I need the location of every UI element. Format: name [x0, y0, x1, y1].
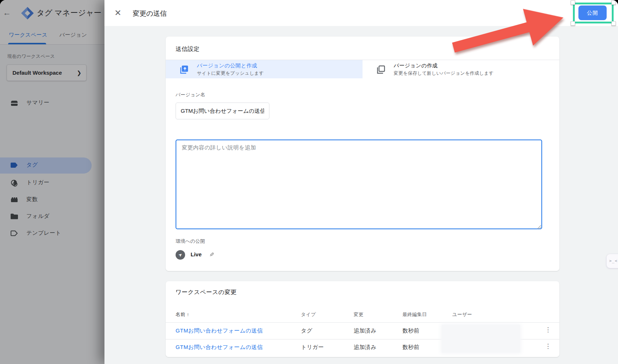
- change-type: トリガー: [301, 344, 324, 351]
- environment-row: ➤ Live ✎: [176, 250, 322, 260]
- row-menu-icon[interactable]: ⋮: [545, 328, 551, 331]
- redacted-user-area: [442, 325, 520, 353]
- version-name-input[interactable]: [176, 103, 269, 119]
- annotation-handle[interactable]: [571, 0, 575, 5]
- dialog-title: 変更の送信: [133, 9, 167, 18]
- dialog-header: ✕ 変更の送信 公開: [104, 0, 618, 26]
- column-header-change[interactable]: 変更: [354, 311, 364, 318]
- sort-ascending-icon: ↑: [187, 312, 190, 317]
- change-type: タグ: [301, 327, 313, 334]
- annotation-handle[interactable]: [571, 21, 575, 26]
- column-header-last-edited[interactable]: 最終編集日: [402, 311, 427, 318]
- submission-type-options: バージョンの公開と作成 サイトに変更をプッシュします バージョンの作成 変更を保…: [166, 60, 559, 78]
- change-name-link[interactable]: GTMお問い合わせフォームの送信: [176, 327, 263, 334]
- annotation-handle[interactable]: [611, 21, 616, 26]
- environment-label: 環境への公開: [176, 238, 205, 245]
- annotation-handle[interactable]: [611, 0, 616, 5]
- environment-live-icon: ➤: [176, 250, 185, 260]
- edit-pencil-icon[interactable]: ✎: [209, 251, 214, 258]
- close-icon[interactable]: ✕: [114, 8, 121, 17]
- publish-version-icon: [179, 64, 189, 76]
- change-edited: 数秒前: [402, 327, 419, 334]
- option-subtitle: サイトに変更をプッシュします: [197, 70, 264, 77]
- floating-extension-widget[interactable]: >_<: [607, 254, 618, 268]
- workspace-changes-card: ワークスペースの変更 名前 ↑ タイプ 変更 最終編集日 ユーザー GTMお問い…: [166, 281, 559, 357]
- annotation-selection-box: [573, 3, 614, 23]
- option-create-version[interactable]: バージョンの作成 変更を保存して新しいバージョンを作成します: [363, 60, 559, 78]
- resize-grip-icon[interactable]: [537, 224, 541, 229]
- column-header-user[interactable]: ユーザー: [452, 311, 472, 318]
- workspace-changes-heading: ワークスペースの変更: [176, 289, 236, 296]
- change-status: 追加済み: [354, 327, 376, 334]
- option-subtitle: 変更を保存して新しいバージョンを作成します: [394, 70, 494, 77]
- create-version-icon: [376, 64, 386, 76]
- environment-name: Live: [191, 251, 202, 257]
- change-edited: 数秒前: [402, 344, 419, 351]
- change-status: 追加済み: [354, 344, 376, 351]
- column-header-name[interactable]: 名前 ↑: [176, 311, 189, 318]
- option-title: バージョンの公開と作成: [197, 62, 264, 69]
- submit-changes-dialog: ✕ 変更の送信 公開 送信設定 バージョンの公開と作成 サイトに変更をプッシュし…: [104, 0, 618, 364]
- gtm-screen: ← タグ マネージャー ワークスペース バージョン 現在のワークスペース Def…: [0, 0, 618, 364]
- table-divider: [166, 322, 559, 323]
- option-publish-and-create-version[interactable]: バージョンの公開と作成 サイトに変更をプッシュします: [166, 60, 363, 78]
- submission-settings-heading: 送信設定: [176, 45, 200, 53]
- modal-dim-overlay: [0, 0, 104, 364]
- option-title: バージョンの作成: [394, 62, 494, 69]
- submission-settings-card: 送信設定 バージョンの公開と作成 サイトに変更をプッシュします: [166, 37, 559, 271]
- column-header-type[interactable]: タイプ: [301, 311, 316, 318]
- version-name-label: バージョン名: [176, 92, 205, 98]
- version-description-textarea[interactable]: [176, 140, 542, 229]
- change-name-link[interactable]: GTMお問い合わせフォームの送信: [176, 344, 263, 351]
- row-menu-icon[interactable]: ⋮: [545, 345, 551, 348]
